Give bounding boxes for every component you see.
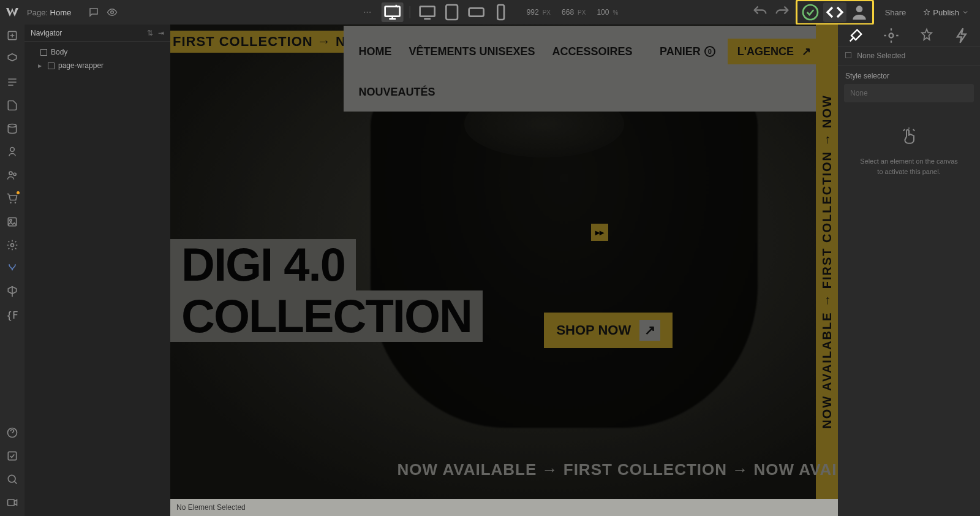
- style-selector-input[interactable]: None: [844, 84, 974, 102]
- marquee-bottom: NOW AVAILABLE → FIRST COLLECTION → NOW A…: [398, 460, 816, 479]
- selected-element-label: None Selected: [857, 51, 905, 60]
- style-selector-label: Style selector: [838, 66, 980, 84]
- svg-point-19: [11, 244, 14, 247]
- canvas[interactable]: ▸▸ FIRST COLLECTION → N HOME VÊTEMENTS U…: [170, 25, 838, 499]
- settings-tab-icon[interactable]: [883, 27, 900, 44]
- element-box-icon: [845, 52, 851, 58]
- cms-icon[interactable]: [6, 123, 18, 135]
- tree-label: Body: [51, 48, 67, 56]
- collapse-icon[interactable]: ⇥: [158, 29, 164, 37]
- add-element-icon[interactable]: [6, 29, 18, 42]
- marquee-top-text: FIRST COLLECTION → N: [170, 34, 346, 50]
- help-icon[interactable]: [6, 427, 18, 439]
- variables-icon[interactable]: {F: [6, 309, 18, 321]
- svg-rect-6: [446, 5, 458, 20]
- shop-now-button[interactable]: SHOP NOW ↗: [544, 313, 673, 348]
- style-tab-icon[interactable]: [847, 27, 864, 44]
- canvas-zoom[interactable]: 100: [597, 8, 609, 17]
- svg-point-12: [8, 124, 16, 127]
- audit-icon[interactable]: [6, 450, 18, 462]
- cart-count-icon: 0: [704, 46, 715, 57]
- mobile-landscape-view[interactable]: [466, 2, 488, 22]
- element-box-icon: [40, 49, 47, 56]
- empty-line-2: to activate this panel.: [845, 167, 973, 177]
- more-icon[interactable]: [362, 7, 373, 18]
- canvas-width[interactable]: 992: [527, 8, 539, 17]
- svg-rect-23: [8, 499, 15, 506]
- svg-rect-4: [385, 7, 400, 17]
- svg-point-1: [364, 12, 365, 13]
- svg-rect-5: [420, 7, 435, 17]
- image-assets-icon[interactable]: [6, 216, 18, 228]
- expand-icon[interactable]: ⇅: [147, 29, 153, 37]
- publish-button[interactable]: Publish: [917, 4, 975, 21]
- tree-label: page-wrapper: [58, 61, 104, 70]
- export-code-button[interactable]: [823, 2, 846, 22]
- svg-point-13: [9, 172, 12, 175]
- video-icon[interactable]: [6, 496, 18, 509]
- assets-icon[interactable]: [6, 146, 18, 158]
- style-manager-tab-icon[interactable]: [918, 27, 935, 44]
- tree-item-page-wrapper[interactable]: ▸ page-wrapper: [24, 59, 170, 72]
- webflow-logo-icon[interactable]: [5, 5, 20, 20]
- users-icon[interactable]: [6, 169, 18, 181]
- share-button[interactable]: Share: [879, 4, 913, 21]
- pct-unit: %: [612, 9, 618, 16]
- right-panel-tabs: [838, 25, 980, 47]
- tablet-view[interactable]: [441, 2, 463, 22]
- marquee-right-text: NOW AVAILABLE → FIRST COLLECTION → NOW: [820, 94, 834, 429]
- nav-home[interactable]: HOME: [358, 45, 391, 58]
- logic-icon[interactable]: [6, 262, 18, 275]
- empty-line-1: Select an element on the canvas: [845, 156, 973, 167]
- page-indicator[interactable]: Page: Home: [27, 8, 71, 17]
- page-name: Home: [50, 8, 72, 17]
- style-selector-placeholder: None: [850, 89, 868, 97]
- undo-button[interactable]: [752, 4, 769, 21]
- selected-element-row: None Selected: [838, 47, 980, 66]
- caret-icon[interactable]: ▸: [38, 61, 44, 70]
- search-icon[interactable]: [6, 473, 18, 485]
- pages-icon[interactable]: [6, 99, 18, 112]
- site-header-right: PANIER 0 L'AGENCE ↗: [660, 39, 823, 64]
- nav-accessoires[interactable]: ACCESSOIRES: [552, 45, 632, 58]
- desktop-view[interactable]: [417, 2, 439, 22]
- navigator-icon[interactable]: [6, 76, 18, 88]
- desktop-large-view[interactable]: [382, 2, 404, 22]
- breakpoint-controls: 992 PX 668 PX 100 %: [362, 2, 619, 22]
- comment-icon[interactable]: [88, 7, 99, 18]
- tree-item-body[interactable]: Body: [24, 45, 170, 59]
- svg-point-2: [367, 12, 368, 13]
- nav-nouveautes[interactable]: NOUVEAUTÉS: [358, 86, 435, 98]
- shirt-brand-logo-icon: ▸▸: [591, 224, 608, 241]
- ecommerce-icon[interactable]: [6, 192, 18, 205]
- topbar: Page: Home 992 PX 668 PX 100 %: [0, 0, 980, 25]
- hero-heading: DIGI 4.0 COLLECTION: [170, 239, 483, 342]
- status-bar: No Element Selected: [170, 499, 838, 516]
- interactions-tab-icon[interactable]: [954, 27, 971, 44]
- apps-icon[interactable]: [6, 286, 18, 298]
- topbar-left: Page: Home: [5, 5, 118, 20]
- settings-icon[interactable]: [6, 239, 18, 251]
- account-icon[interactable]: [848, 2, 871, 22]
- canvas-wrap: ▸▸ FIRST COLLECTION → N HOME VÊTEMENTS U…: [170, 25, 838, 516]
- canvas-height[interactable]: 668: [562, 8, 574, 17]
- audit-status-icon[interactable]: [799, 2, 822, 22]
- mobile-view[interactable]: [490, 2, 512, 22]
- cart-button[interactable]: PANIER 0: [660, 45, 715, 58]
- agence-label: L'AGENCE: [737, 45, 794, 58]
- hero-line-1: DIGI 4.0: [170, 239, 356, 290]
- components-icon[interactable]: [6, 53, 18, 65]
- px-unit: PX: [543, 9, 551, 16]
- arrow-up-right-icon: ↗: [639, 320, 660, 341]
- svg-point-16: [15, 202, 17, 203]
- svg-point-10: [856, 6, 862, 12]
- svg-point-14: [13, 173, 16, 175]
- svg-point-0: [111, 11, 114, 14]
- nav-vetements[interactable]: VÊTEMENTS UNISEXES: [409, 45, 535, 58]
- topbar-right: Export code Share Publish: [752, 0, 975, 25]
- canvas-dimensions: 992 PX 668 PX 100 %: [527, 8, 619, 17]
- agence-button[interactable]: L'AGENCE ↗: [728, 39, 823, 64]
- preview-icon[interactable]: [107, 7, 118, 18]
- arrow-up-right-icon: ↗: [800, 45, 813, 58]
- redo-button[interactable]: [774, 4, 791, 21]
